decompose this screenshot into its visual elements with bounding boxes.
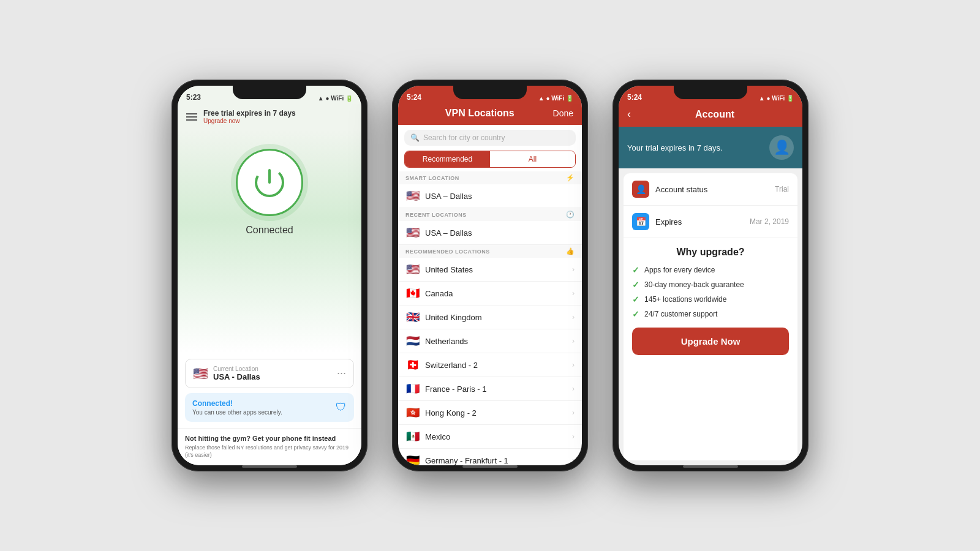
- status-time-1: 5:23: [186, 93, 201, 102]
- phone1-bottom: 🇺🇸 Current Location USA - Dallas ··· Con…: [178, 353, 361, 428]
- phone1-banner: Free trial expires in 7 days Upgrade now: [178, 104, 361, 130]
- home-indicator-2: [462, 465, 518, 468]
- flag-mx: 🇲🇽: [405, 430, 420, 443]
- list-item[interactable]: 🇩🇪 Germany - Frankfurt - 1 ›: [398, 449, 582, 465]
- phone3-title: Account: [636, 109, 794, 120]
- banner-subtitle[interactable]: Upgrade now: [203, 118, 353, 124]
- flag-nl: 🇳🇱: [405, 334, 420, 348]
- banner-title: Free trial expires in 7 days: [203, 109, 353, 118]
- list-item[interactable]: 🇭🇰 Hong Kong - 2 ›: [398, 401, 582, 425]
- smart-location-name: USA – Dallas: [425, 192, 575, 201]
- flag-ca: 🇨🇦: [405, 287, 420, 300]
- flag-hk: 🇭🇰: [405, 406, 420, 419]
- avatar: 👤: [769, 135, 794, 160]
- phone2-title: VPN Locations: [407, 108, 553, 119]
- account-expires-icon: 📅: [632, 213, 649, 230]
- account-status-value: Trial: [775, 185, 789, 193]
- tab-bar: Recommended All: [404, 151, 576, 168]
- location-ca: Canada: [425, 289, 567, 298]
- list-item[interactable]: 🇨🇭 Switzerland - 2 ›: [398, 353, 582, 377]
- location-name: USA - Dallas: [213, 372, 332, 381]
- phone2-header: VPN Locations Done: [398, 104, 582, 125]
- done-button[interactable]: Done: [553, 108, 573, 118]
- status-time-3: 5:24: [627, 93, 642, 102]
- phone-1: 5:23 ▲ ● WiFi 🔋 Free trial expires in 7 …: [172, 80, 368, 471]
- flag-fr: 🇫🇷: [405, 382, 420, 395]
- phone-3-screen: 5:24 ▲ ● WiFi 🔋 ‹ Account Your trial exp…: [619, 86, 802, 465]
- feature-item: ✓ 145+ locations worldwide: [632, 294, 789, 304]
- feature-text-2: 30-day money-back guarantee: [644, 280, 744, 289]
- chevron-icon: ›: [572, 384, 575, 393]
- power-button[interactable]: [236, 149, 303, 216]
- connected-card-title: Connected!: [192, 399, 331, 408]
- recommended-locations-label: RECOMMENDED LOCATIONS: [405, 249, 490, 255]
- clock-icon: 🕐: [566, 211, 575, 219]
- chevron-icon: ›: [572, 432, 575, 441]
- chevron-icon: ›: [572, 265, 575, 274]
- current-location-card[interactable]: 🇺🇸 Current Location USA - Dallas ···: [185, 359, 354, 388]
- tab-all[interactable]: All: [490, 151, 575, 167]
- connected-card-sub: You can use other apps securely.: [192, 409, 331, 416]
- back-button[interactable]: ‹: [627, 108, 631, 121]
- search-icon: 🔍: [410, 133, 420, 142]
- feature-item: ✓ 24/7 customer support: [632, 309, 789, 319]
- chevron-icon: ›: [572, 361, 575, 369]
- location-de: Germany - Frankfurt - 1: [425, 456, 567, 465]
- feature-text-3: 145+ locations worldwide: [644, 295, 726, 304]
- power-icon: [251, 164, 288, 201]
- list-item[interactable]: 🇳🇱 Netherlands ›: [398, 329, 582, 353]
- chevron-icon: ›: [572, 456, 575, 465]
- upgrade-button[interactable]: Upgrade Now: [632, 328, 789, 355]
- feature-text-4: 24/7 customer support: [644, 310, 717, 318]
- status-time-2: 5:24: [407, 93, 421, 102]
- status-icons-1: ▲ ● WiFi 🔋: [318, 95, 353, 102]
- chevron-icon: ›: [572, 337, 575, 345]
- phone-3: 5:24 ▲ ● WiFi 🔋 ‹ Account Your trial exp…: [612, 80, 809, 471]
- recent-locations-header: RECENT LOCATIONS 🕐: [398, 208, 582, 221]
- status-icons-2: ▲ ● WiFi 🔋: [538, 95, 573, 102]
- list-item[interactable]: 🇺🇸 United States ›: [398, 258, 582, 282]
- recent-location-item[interactable]: 🇺🇸 USA – Dallas: [398, 221, 582, 245]
- ad-banner: Not hitting the gym? Get your phone fit …: [178, 428, 361, 465]
- phones-container: 5:23 ▲ ● WiFi 🔋 Free trial expires in 7 …: [172, 80, 809, 471]
- home-indicator-1: [242, 465, 297, 468]
- feature-item: ✓ Apps for every device: [632, 265, 789, 275]
- flag-ch: 🇨🇭: [405, 358, 420, 372]
- hamburger-icon[interactable]: [186, 113, 197, 121]
- location-label: Current Location: [213, 365, 332, 372]
- recent-locations-label: RECENT LOCATIONS: [405, 212, 467, 218]
- check-icon-2: ✓: [632, 280, 639, 290]
- flag-us: 🇺🇸: [405, 263, 420, 276]
- list-item[interactable]: 🇬🇧 United Kingdom ›: [398, 305, 582, 329]
- location-fr: France - Paris - 1: [425, 384, 567, 394]
- tab-recommended[interactable]: Recommended: [405, 151, 490, 167]
- list-item[interactable]: 🇲🇽 Mexico ›: [398, 425, 582, 449]
- account-expires-label: Expires: [655, 217, 744, 227]
- connected-card-text: Connected! You can use other apps secure…: [192, 399, 331, 416]
- chevron-icon: ›: [572, 408, 575, 417]
- check-icon-3: ✓: [632, 294, 639, 304]
- check-icon-4: ✓: [632, 309, 639, 319]
- recent-flag: 🇺🇸: [405, 226, 420, 239]
- recent-location-name: USA – Dallas: [425, 228, 575, 238]
- current-flag: 🇺🇸: [193, 366, 208, 381]
- account-expires-value: Mar 2, 2019: [750, 217, 789, 226]
- smart-location-header: SMART LOCATION ⚡: [398, 171, 582, 184]
- account-status-label: Account status: [655, 185, 769, 194]
- location-us: United States: [425, 265, 567, 274]
- recommended-locations-header: RECOMMENDED LOCATIONS 👍: [398, 245, 582, 258]
- smart-location-item[interactable]: 🇺🇸 USA – Dallas: [398, 184, 582, 208]
- search-bar[interactable]: 🔍 Search for city or country: [404, 130, 576, 146]
- chevron-icon: ›: [572, 289, 575, 298]
- notch-1: [233, 86, 306, 99]
- more-icon[interactable]: ···: [337, 367, 346, 380]
- notch-3: [674, 86, 747, 99]
- feature-item: ✓ 30-day money-back guarantee: [632, 280, 789, 290]
- account-expires-row: 📅 Expires Mar 2, 2019: [624, 206, 797, 238]
- trial-text: Your trial expires in 7 days.: [627, 143, 769, 152]
- status-icons-3: ▲ ● WiFi 🔋: [759, 95, 794, 102]
- location-mx: Mexico: [425, 432, 567, 441]
- account-content: 👤 Account status Trial 📅 Expires Mar 2, …: [624, 173, 797, 460]
- list-item[interactable]: 🇫🇷 France - Paris - 1 ›: [398, 377, 582, 401]
- list-item[interactable]: 🇨🇦 Canada ›: [398, 282, 582, 305]
